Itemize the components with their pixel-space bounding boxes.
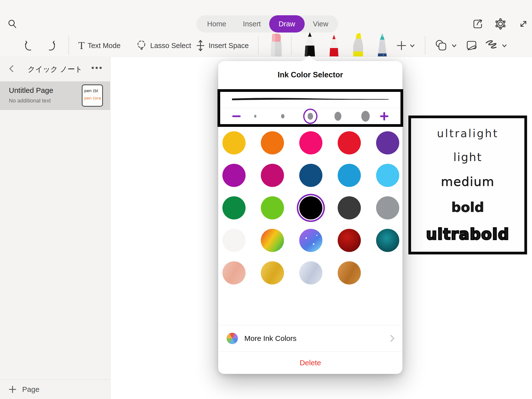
thickness-dots — [241, 109, 379, 124]
weight-sample-bold: bold — [451, 201, 484, 214]
add-page-button[interactable]: Page — [0, 379, 110, 399]
search-button[interactable] — [7, 18, 18, 29]
thickness-section — [217, 89, 403, 127]
more-ink-colors-button[interactable]: More Ink Colors — [218, 325, 402, 351]
red-pen-tool[interactable] — [326, 32, 342, 56]
text-mode-button[interactable]: T Text Mode — [78, 34, 120, 57]
settings-gear-icon — [495, 18, 506, 30]
color-swatch-blue[interactable] — [338, 164, 361, 187]
color-swatch-silver-metallic[interactable] — [299, 261, 322, 284]
yellow-highlighter-tool[interactable] — [350, 32, 366, 56]
toolbar-divider — [425, 36, 425, 55]
lasso-select-button[interactable]: Lasso Select — [136, 34, 191, 57]
undo-button[interactable] — [23, 34, 35, 57]
black-pen-icon — [302, 32, 318, 56]
text-mode-label: Text Mode — [88, 42, 121, 50]
thickness-size-2[interactable] — [276, 109, 290, 124]
stroke-weight-samples-box: ultralightlightmediumboldultrabold — [408, 116, 527, 254]
color-swatch-galaxy[interactable] — [299, 229, 322, 252]
black-pen-tool[interactable] — [302, 32, 318, 56]
color-swatch-red[interactable] — [338, 131, 361, 154]
shapes-icon — [434, 39, 448, 52]
insert-space-button[interactable]: Insert Space — [195, 34, 249, 57]
page-list-item[interactable]: Untitled Page No additional text pen (bl… — [0, 82, 110, 110]
top-toolbar: HomeInsertDrawView — [0, 0, 532, 57]
settings-button[interactable] — [495, 18, 506, 30]
notebook-title: クイック ノート — [0, 64, 110, 74]
plus-icon — [396, 40, 407, 51]
tab-bar: HomeInsertDrawView — [196, 15, 338, 33]
add-page-label: Page — [22, 385, 39, 394]
ink-effects-chevron[interactable] — [501, 34, 507, 57]
shapes-chevron[interactable] — [451, 34, 457, 57]
shapes-button[interactable] — [434, 34, 448, 57]
decrease-thickness-button[interactable] — [232, 111, 241, 121]
weight-sample-medium: medium — [441, 176, 495, 188]
color-swatch-teal-marble[interactable] — [376, 229, 399, 252]
color-swatch-red-marble[interactable] — [338, 229, 361, 252]
undo-arrow-icon — [23, 40, 35, 51]
toolbar-divider — [68, 36, 69, 55]
delete-label: Delete — [300, 359, 321, 367]
delete-pen-button[interactable]: Delete — [218, 351, 402, 374]
color-swatch-magenta[interactable] — [222, 164, 246, 187]
color-swatch-lime[interactable] — [261, 196, 284, 219]
galaxy-pencil-tool[interactable] — [374, 32, 390, 56]
fullscreen-icon — [518, 18, 529, 29]
thickness-slider — [220, 108, 400, 124]
page-thumbnail: pen (blpen (ora — [82, 84, 103, 107]
color-swatch-purple[interactable] — [376, 131, 399, 154]
increase-thickness-button[interactable] — [379, 111, 389, 121]
color-swatch-navy[interactable] — [299, 164, 322, 187]
color-swatch-gold[interactable] — [222, 131, 246, 154]
thickness-size-4[interactable] — [331, 109, 345, 124]
galaxy-pencil-icon — [374, 32, 390, 56]
thickness-size-5[interactable] — [358, 109, 373, 124]
color-swatch-orange[interactable] — [261, 131, 284, 154]
share-button[interactable] — [472, 18, 484, 30]
color-swatch-rose-gold[interactable] — [222, 261, 246, 284]
ink-color-selector-popup: Ink Color Selector More Ink C — [218, 61, 402, 374]
add-pen-chevron[interactable] — [409, 34, 415, 57]
tab-view[interactable]: View — [305, 15, 337, 33]
ink-to-text-button[interactable] — [465, 34, 478, 57]
weight-sample-ultralight: ultralight — [437, 128, 499, 139]
tab-draw[interactable]: Draw — [269, 15, 305, 33]
tab-home[interactable]: Home — [199, 15, 234, 33]
chevron-down-icon — [501, 43, 507, 49]
color-swatch-sky-blue[interactable] — [376, 164, 399, 187]
color-swatch-dark-pink[interactable] — [261, 164, 284, 187]
redo-button[interactable] — [45, 34, 57, 57]
thickness-size-1[interactable] — [248, 109, 262, 124]
ink-effects-button[interactable] — [484, 34, 499, 57]
sidebar-header: クイック ノート — [0, 57, 110, 82]
thumbnail-ink-line: pen (bl — [84, 87, 102, 95]
ellipsis-icon — [92, 67, 94, 69]
sidebar: クイック ノート Untitled Page No additional tex… — [0, 57, 110, 399]
add-pen-button[interactable] — [396, 34, 407, 57]
color-swatch-rainbow-glitter[interactable] — [261, 229, 284, 252]
minus-icon — [232, 115, 241, 117]
color-swatch-gold-metallic[interactable] — [261, 261, 284, 284]
lasso-select-label: Lasso Select — [150, 42, 191, 50]
tab-insert[interactable]: Insert — [234, 15, 269, 33]
plus-icon — [380, 112, 389, 121]
eraser-tool[interactable] — [268, 32, 284, 56]
color-swatch-white[interactable] — [222, 229, 246, 252]
weight-sample-light: light — [453, 151, 482, 163]
squiggle-icon — [484, 39, 499, 52]
color-swatch-dark-gray[interactable] — [338, 196, 361, 219]
yellow-highlighter-icon — [350, 32, 366, 56]
red-pen-icon — [326, 32, 342, 56]
color-swatch-copper-metallic[interactable] — [338, 261, 361, 284]
thumbnail-ink-line: pen (ora — [84, 95, 102, 102]
color-swatch-gray[interactable] — [376, 196, 399, 219]
color-swatch-green[interactable] — [222, 196, 246, 219]
thickness-size-3[interactable] — [303, 109, 317, 124]
color-grid — [222, 131, 398, 284]
color-swatch-hot-pink[interactable] — [299, 131, 322, 154]
fullscreen-button[interactable] — [517, 18, 529, 30]
notebook-more-button[interactable] — [92, 67, 102, 69]
search-icon — [7, 19, 17, 29]
color-swatch-black[interactable] — [299, 196, 322, 219]
